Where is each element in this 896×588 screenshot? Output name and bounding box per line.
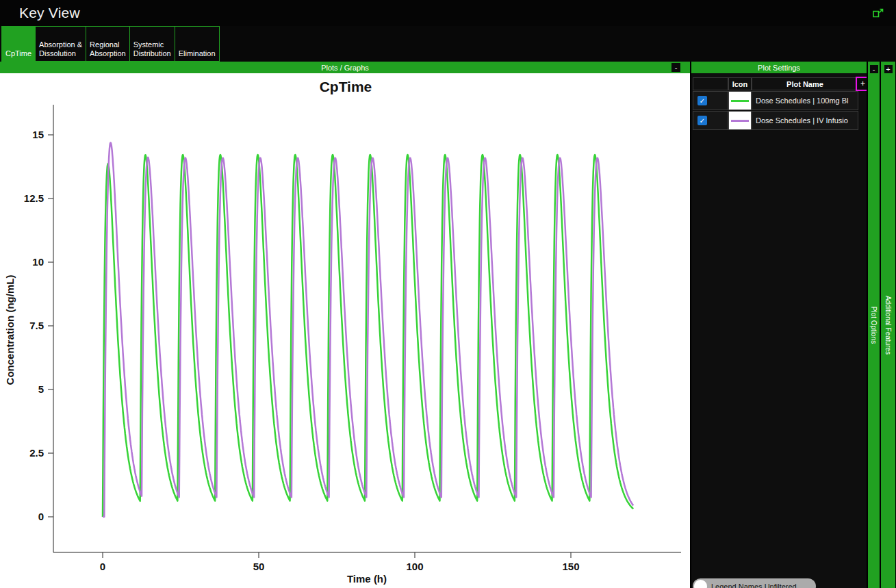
content-row: Plots / Graphs - CpTime02.557.51012.5150… xyxy=(0,62,896,588)
title-bar: Key View xyxy=(0,0,896,26)
toggle-knob xyxy=(694,580,707,588)
collapse-plot-options-button[interactable]: - xyxy=(870,65,878,73)
plot-visible-checkbox[interactable]: ✓ xyxy=(697,96,707,105)
y-tick-label: 2.5 xyxy=(29,447,44,459)
y-tick-label: 15 xyxy=(32,129,44,140)
additional-features-strip[interactable]: + Additional Features xyxy=(881,62,895,588)
y-tick-label: 10 xyxy=(32,256,44,268)
plot-row-1: ✓ Dose Schedules | 100mg Bl xyxy=(693,91,865,110)
open-in-new-icon[interactable] xyxy=(872,8,884,18)
add-plot-button[interactable]: + xyxy=(858,79,867,89)
plot-row-2: ✓ Dose Schedules | IV Infusio xyxy=(693,111,865,130)
x-tick-label: 50 xyxy=(253,561,265,572)
tab-regional-absorption[interactable]: Regional Absorption xyxy=(86,26,130,62)
tab-cptime[interactable]: CpTime xyxy=(1,26,36,62)
plot-settings-table: Icon Plot Name + ✓ Dose Schedules | 100m… xyxy=(693,77,865,130)
tab-elimination[interactable]: Elimination xyxy=(175,26,220,62)
plot-name[interactable]: Dose Schedules | 100mg Bl xyxy=(752,91,858,110)
y-tick-label: 12.5 xyxy=(24,192,44,204)
cptime-chart: CpTime02.557.51012.515050100150Time (h)C… xyxy=(0,73,690,588)
plot-row-1-select-cell: ✓ xyxy=(693,91,728,110)
expand-additional-features-button[interactable]: + xyxy=(884,65,893,73)
x-axis-label: Time (h) xyxy=(347,573,387,585)
series-color-swatch xyxy=(731,120,749,122)
tab-bar: CpTime Absorption & Dissolution Regional… xyxy=(0,26,896,62)
chart-title: CpTime xyxy=(320,79,372,94)
tab-cptime-label: CpTime xyxy=(5,49,31,58)
plots-graphs-header: Plots / Graphs - xyxy=(0,62,690,73)
select-column-header xyxy=(693,77,728,90)
legend-names-toggle[interactable]: Legend Names Unfiltered xyxy=(693,578,816,588)
tab-systemic-distribution-label: Systemic Distribution xyxy=(133,40,171,58)
plot-row-2-select-cell: ✓ xyxy=(693,111,728,130)
x-tick-label: 150 xyxy=(562,561,579,572)
collapse-plots-graphs-button[interactable]: - xyxy=(671,63,680,72)
x-tick-label: 0 xyxy=(100,561,105,572)
plot-settings-header: Plot Settings xyxy=(691,62,867,73)
y-tick-label: 5 xyxy=(38,383,44,395)
tab-elimination-label: Elimination xyxy=(179,49,216,58)
y-tick-label: 0 xyxy=(38,511,44,522)
y-axis-label: Concentration (ng/mL) xyxy=(4,275,16,385)
plot-color-icon[interactable] xyxy=(728,91,752,110)
app-window: Key View CpTime Absorption & Dissolution… xyxy=(0,0,896,588)
y-tick-label: 7.5 xyxy=(29,320,44,331)
tab-absorption-dissolution[interactable]: Absorption & Dissolution xyxy=(35,26,86,62)
tab-systemic-distribution[interactable]: Systemic Distribution xyxy=(129,26,175,62)
page-title: Key View xyxy=(19,5,80,21)
tab-absorption-dissolution-label: Absorption & Dissolution xyxy=(39,40,82,58)
plots-graphs-title: Plots / Graphs xyxy=(321,64,369,72)
x-tick-label: 100 xyxy=(406,561,423,572)
plot-visible-checkbox[interactable]: ✓ xyxy=(697,116,707,125)
plot-name-column-header: Plot Name xyxy=(752,77,858,90)
check-icon: ✓ xyxy=(700,117,705,125)
plot-settings-title: Plot Settings xyxy=(758,64,800,72)
tab-regional-absorption-label: Regional Absorption xyxy=(90,40,126,58)
legend-names-toggle-label: Legend Names Unfiltered xyxy=(711,583,797,588)
icon-column-header: Icon xyxy=(728,77,752,90)
plot-color-icon[interactable] xyxy=(728,111,752,130)
series-color-swatch xyxy=(731,100,749,102)
plot-settings-panel: Plot Settings Icon Plot Name + ✓ xyxy=(691,62,867,588)
plot-table-header-row: Icon Plot Name + xyxy=(693,77,865,90)
additional-features-label: Additional Features xyxy=(884,295,892,354)
plots-graphs-panel: Plots / Graphs - CpTime02.557.51012.5150… xyxy=(0,62,690,588)
chart-area: CpTime02.557.51012.515050100150Time (h)C… xyxy=(0,73,690,588)
plot-options-label: Plot Options xyxy=(870,306,878,343)
plot-name[interactable]: Dose Schedules | IV Infusio xyxy=(752,111,858,130)
check-icon: ✓ xyxy=(700,97,705,105)
plot-options-strip[interactable]: - Plot Options xyxy=(868,62,880,588)
